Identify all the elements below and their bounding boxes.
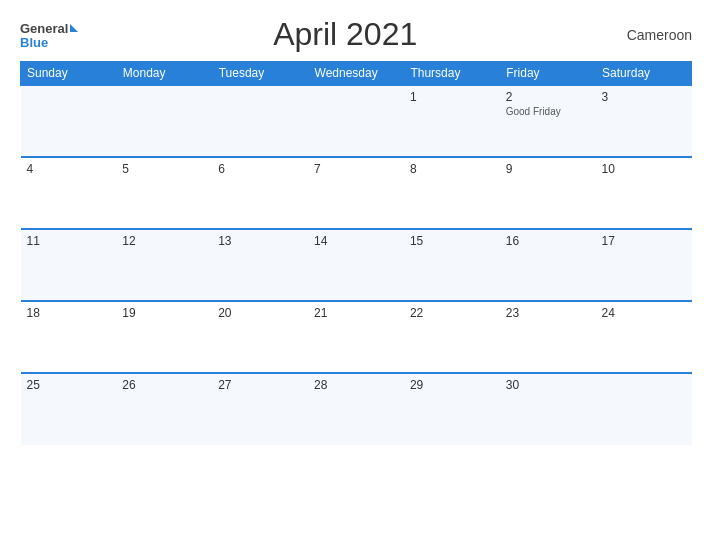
header-friday: Friday	[500, 62, 596, 86]
day-number: 29	[410, 378, 494, 392]
day-number: 18	[27, 306, 111, 320]
calendar-cell: 7	[308, 157, 404, 229]
logo-general: General	[20, 19, 78, 37]
day-number: 17	[602, 234, 686, 248]
calendar-cell: 6	[212, 157, 308, 229]
week-row-3: 18192021222324	[21, 301, 692, 373]
calendar-body: 12Good Friday345678910111213141516171819…	[21, 85, 692, 445]
calendar-cell: 10	[596, 157, 692, 229]
calendar-cell: 30	[500, 373, 596, 445]
calendar-cell: 12	[116, 229, 212, 301]
day-number: 24	[602, 306, 686, 320]
calendar-cell	[596, 373, 692, 445]
calendar-cell: 9	[500, 157, 596, 229]
calendar-country: Cameroon	[612, 27, 692, 43]
header-thursday: Thursday	[404, 62, 500, 86]
calendar-cell: 4	[21, 157, 117, 229]
calendar-cell	[21, 85, 117, 157]
day-number: 10	[602, 162, 686, 176]
week-row-2: 11121314151617	[21, 229, 692, 301]
calendar-cell: 20	[212, 301, 308, 373]
logo-triangle-icon	[70, 24, 78, 32]
header-tuesday: Tuesday	[212, 62, 308, 86]
day-number: 5	[122, 162, 206, 176]
calendar-cell: 13	[212, 229, 308, 301]
week-row-4: 252627282930	[21, 373, 692, 445]
day-number: 16	[506, 234, 590, 248]
calendar-cell: 28	[308, 373, 404, 445]
day-number: 23	[506, 306, 590, 320]
calendar-cell: 17	[596, 229, 692, 301]
calendar-cell	[308, 85, 404, 157]
calendar-cell: 14	[308, 229, 404, 301]
day-number: 19	[122, 306, 206, 320]
day-number: 1	[410, 90, 494, 104]
day-number: 2	[506, 90, 590, 104]
day-event: Good Friday	[506, 106, 590, 117]
logo-blue: Blue	[20, 36, 78, 50]
day-number: 7	[314, 162, 398, 176]
calendar-cell: 1	[404, 85, 500, 157]
calendar-cell: 27	[212, 373, 308, 445]
calendar-title: April 2021	[78, 16, 612, 53]
calendar-cell: 19	[116, 301, 212, 373]
header-saturday: Saturday	[596, 62, 692, 86]
calendar-cell: 15	[404, 229, 500, 301]
day-number: 25	[27, 378, 111, 392]
header-monday: Monday	[116, 62, 212, 86]
calendar-cell	[116, 85, 212, 157]
header-sunday: Sunday	[21, 62, 117, 86]
day-number: 28	[314, 378, 398, 392]
day-number: 15	[410, 234, 494, 248]
logo: General Blue	[20, 19, 78, 51]
calendar-cell	[212, 85, 308, 157]
calendar-cell: 3	[596, 85, 692, 157]
calendar-cell: 2Good Friday	[500, 85, 596, 157]
calendar-container: General Blue April 2021 Cameroon Sunday …	[0, 0, 712, 550]
calendar-cell: 26	[116, 373, 212, 445]
calendar-cell: 16	[500, 229, 596, 301]
day-number: 14	[314, 234, 398, 248]
day-number: 13	[218, 234, 302, 248]
calendar-cell: 25	[21, 373, 117, 445]
day-number: 21	[314, 306, 398, 320]
calendar-header: General Blue April 2021 Cameroon	[20, 16, 692, 53]
day-number: 20	[218, 306, 302, 320]
day-number: 26	[122, 378, 206, 392]
calendar-cell: 11	[21, 229, 117, 301]
day-number: 27	[218, 378, 302, 392]
day-number: 22	[410, 306, 494, 320]
day-number: 12	[122, 234, 206, 248]
day-number: 9	[506, 162, 590, 176]
day-number: 6	[218, 162, 302, 176]
week-row-1: 45678910	[21, 157, 692, 229]
day-number: 3	[602, 90, 686, 104]
header-wednesday: Wednesday	[308, 62, 404, 86]
day-header-row: Sunday Monday Tuesday Wednesday Thursday…	[21, 62, 692, 86]
calendar-grid: Sunday Monday Tuesday Wednesday Thursday…	[20, 61, 692, 445]
day-number: 8	[410, 162, 494, 176]
calendar-cell: 23	[500, 301, 596, 373]
calendar-cell: 24	[596, 301, 692, 373]
calendar-cell: 8	[404, 157, 500, 229]
calendar-cell: 21	[308, 301, 404, 373]
day-number: 30	[506, 378, 590, 392]
week-row-0: 12Good Friday3	[21, 85, 692, 157]
calendar-cell: 22	[404, 301, 500, 373]
calendar-cell: 5	[116, 157, 212, 229]
day-number: 4	[27, 162, 111, 176]
calendar-cell: 29	[404, 373, 500, 445]
day-number: 11	[27, 234, 111, 248]
calendar-cell: 18	[21, 301, 117, 373]
